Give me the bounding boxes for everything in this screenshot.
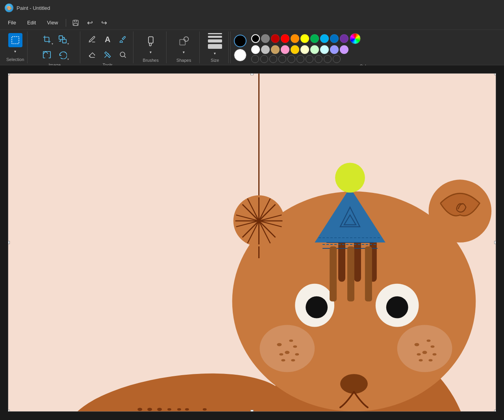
custom-color-5[interactable] [287,55,295,63]
color-orange[interactable] [291,34,299,43]
drawing-canvas[interactable] [8,74,496,411]
color-lavender[interactable] [330,45,339,54]
selection-rect-button[interactable] [8,33,22,47]
custom-color-1[interactable] [251,55,259,63]
color-red[interactable] [281,34,289,43]
shapes-label: Shapes [176,57,191,63]
color-gray[interactable] [261,34,270,43]
handle-bottom-left[interactable] [8,410,10,412]
selection-dropdown-button[interactable]: ▾ [10,48,21,54]
color-row-3 [251,55,361,63]
size-dropdown-button[interactable]: ▾ [209,50,220,57]
selection-section: ▾ Selection [3,31,28,63]
color-lightgreen[interactable] [310,45,319,54]
rainbow-color-button[interactable] [350,33,361,44]
color-pink[interactable] [281,45,289,54]
color-mauve[interactable] [340,45,348,54]
svg-point-23 [281,359,285,361]
color-white[interactable] [251,45,260,54]
custom-color-9[interactable] [324,55,332,63]
fill-image-button[interactable] [40,48,54,62]
color-purple[interactable] [340,34,348,43]
selection-tools: ▾ [8,33,22,54]
size-3-button[interactable] [208,39,222,43]
menu-separator [66,19,66,27]
svg-point-49 [335,163,365,192]
shapes-button[interactable] [177,34,191,48]
custom-color-7[interactable] [306,55,313,63]
svg-point-77 [185,408,189,411]
size-section: ▾ Size [201,31,229,63]
foreground-color[interactable] [234,35,246,47]
text-button[interactable]: A [100,32,115,46]
redo-button[interactable]: ↪ [98,17,110,29]
fg-bg-colors [234,35,246,61]
svg-point-19 [293,345,297,348]
svg-point-31 [432,353,436,355]
color-green[interactable] [310,34,319,43]
svg-rect-3 [12,37,19,44]
svg-point-24 [291,359,295,361]
size-1-button[interactable] [208,33,222,34]
size-2-button[interactable] [208,36,222,38]
rotate-button[interactable] [56,48,70,62]
eraser-button[interactable] [85,48,99,62]
shapes-dropdown-button[interactable]: ▾ [178,49,189,56]
menu-view[interactable]: View [42,18,63,27]
handle-mid-left[interactable] [8,241,10,244]
app-icon: 🎨 [5,4,13,12]
color-lightcyan[interactable] [320,45,329,54]
svg-point-17 [277,343,282,346]
custom-color-10[interactable] [333,55,341,63]
svg-line-7 [124,56,126,58]
color-black[interactable] [251,34,260,43]
svg-point-10 [184,37,189,41]
svg-rect-50 [330,246,337,302]
menu-file[interactable]: File [3,18,21,27]
svg-point-73 [147,408,152,411]
brush-button[interactable] [144,34,158,48]
size-4-button[interactable] [208,44,222,49]
fill-bucket-button[interactable] [116,32,130,46]
color-gold[interactable] [291,45,299,54]
brushes-dropdown-button[interactable]: ▾ [145,49,156,56]
handle-mid-right[interactable] [494,241,496,244]
handle-bottom-right[interactable] [494,410,496,412]
svg-rect-4 [59,36,63,39]
color-tan[interactable] [271,45,280,54]
svg-rect-51 [347,246,354,302]
crop-button[interactable] [40,32,54,46]
color-blue[interactable] [330,34,339,43]
pencil-button[interactable] [85,32,99,46]
handle-top-right[interactable] [494,73,496,75]
color-row-2 [251,45,361,54]
svg-point-37 [386,296,408,318]
custom-color-3[interactable] [269,55,277,63]
menu-edit[interactable]: Edit [22,18,41,27]
color-lightgray[interactable] [261,45,270,54]
svg-point-27 [422,351,427,354]
menubar: File Edit View ↩ ↪ [0,16,504,30]
svg-rect-52 [365,246,372,302]
custom-color-8[interactable] [315,55,322,63]
custom-color-4[interactable] [278,55,286,63]
undo-button[interactable]: ↩ [83,17,96,29]
custom-color-2[interactable] [260,55,268,63]
resize-button[interactable] [56,32,70,46]
magnifier-button[interactable] [116,48,130,62]
handle-top-center[interactable] [250,73,254,75]
color-cyan[interactable] [320,34,329,43]
color-yellow[interactable] [300,34,309,43]
paint-canvas[interactable] [8,73,496,412]
handle-bottom-center[interactable] [250,410,254,412]
color-lightyellow[interactable] [300,45,309,54]
size-label: Size [211,57,219,63]
svg-point-16 [260,325,315,372]
handle-top-left[interactable] [8,73,10,75]
color-picker-button[interactable] [100,48,115,62]
save-button[interactable] [69,17,82,29]
color-darkred[interactable] [271,34,280,43]
background-color[interactable] [234,49,246,61]
custom-color-6[interactable] [296,55,304,63]
svg-point-30 [427,339,431,342]
